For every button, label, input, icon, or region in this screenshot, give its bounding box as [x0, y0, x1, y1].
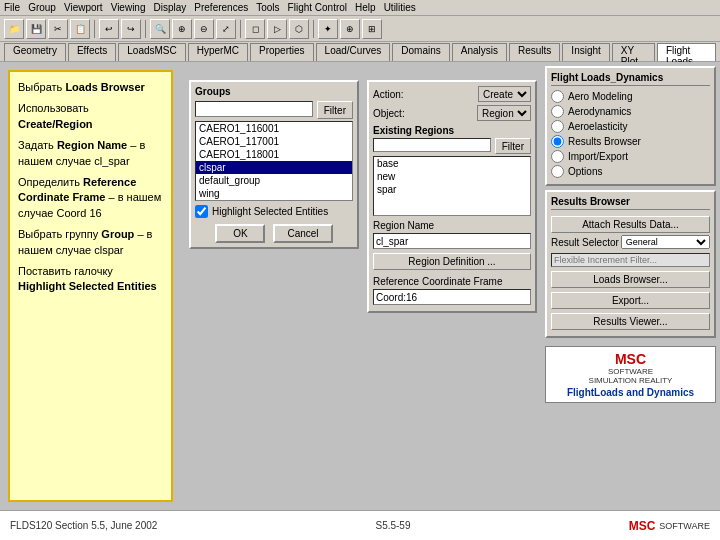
radio-import-export: Import/Export: [551, 150, 710, 163]
existing-filter-input[interactable]: [373, 138, 491, 152]
radio-results-browser-input[interactable]: [551, 135, 564, 148]
radio-aerodynamics-input[interactable]: [551, 105, 564, 118]
radio-options-input[interactable]: [551, 165, 564, 178]
action-select[interactable]: Create: [478, 86, 531, 102]
radio-aero-modeling: Aero Modeling: [551, 90, 710, 103]
toolbar-btn-1[interactable]: 📁: [4, 19, 24, 39]
tab-results[interactable]: Results: [509, 43, 560, 61]
tab-xyplot[interactable]: XY Plot: [612, 43, 655, 61]
toolbar-btn-10[interactable]: ⤢: [216, 19, 236, 39]
step3-bold: Region Name: [57, 139, 127, 151]
tab-analysis[interactable]: Analysis: [452, 43, 507, 61]
tab-effects[interactable]: Effects: [68, 43, 116, 61]
region-name-input[interactable]: [373, 233, 531, 249]
tab-geometry[interactable]: Geometry: [4, 43, 66, 61]
step5-bold: Group: [101, 228, 134, 240]
tab-loadcurves[interactable]: Load/Curves: [316, 43, 391, 61]
step2-text: Использовать Create/Region: [18, 101, 163, 132]
radio-aerodynamics-label: Aerodynamics: [568, 106, 631, 117]
existing-filter-button[interactable]: Filter: [495, 138, 531, 154]
list-item-2[interactable]: CAERO1_118001: [196, 148, 352, 161]
existing-item-1[interactable]: new: [374, 170, 530, 183]
toolbar-btn-12[interactable]: ▷: [267, 19, 287, 39]
step4-text: Определить Reference Cordinate Frame – в…: [18, 175, 163, 221]
groups-dialog: Groups Filter CAERO1_116001 CAERO1_11700…: [189, 80, 359, 249]
menu-viewing[interactable]: Viewing: [111, 2, 146, 13]
step5-text: Выбрать группу Group – в нашем случае cl…: [18, 227, 163, 258]
radio-aero-modeling-input[interactable]: [551, 90, 564, 103]
attach-results-button[interactable]: Attach Results Data...: [551, 216, 710, 233]
flex-increment-filter[interactable]: [551, 253, 710, 267]
toolbar-sep-3: [240, 20, 241, 38]
loads-browser-button[interactable]: Loads Browser...: [551, 271, 710, 288]
groups-filter-button[interactable]: Filter: [317, 101, 353, 119]
existing-item-0[interactable]: base: [374, 157, 530, 170]
menu-preferences[interactable]: Preferences: [194, 2, 248, 13]
radio-import-export-input[interactable]: [551, 150, 564, 163]
status-center: S5.5-59: [375, 520, 410, 531]
flight-dynamics-box: Flight Loads_Dynamics Aero Modeling Aero…: [545, 66, 716, 186]
menu-utilities[interactable]: Utilities: [384, 2, 416, 13]
msc-sub: SOFTWARE: [550, 367, 711, 376]
existing-regions-list[interactable]: base new spar: [373, 156, 531, 216]
menu-file[interactable]: File: [4, 2, 20, 13]
tab-row: Geometry Effects LoadsMSC HyperMC Proper…: [0, 42, 720, 62]
toolbar-btn-5[interactable]: ↩: [99, 19, 119, 39]
toolbar-btn-4[interactable]: 📋: [70, 19, 90, 39]
menu-group[interactable]: Group: [28, 2, 56, 13]
list-item-4[interactable]: wing: [196, 187, 352, 200]
list-item-3[interactable]: default_group: [196, 174, 352, 187]
toolbar-btn-9[interactable]: ⊖: [194, 19, 214, 39]
menu-viewport[interactable]: Viewport: [64, 2, 103, 13]
list-item-1[interactable]: CAERO1_117001: [196, 135, 352, 148]
toolbar-btn-11[interactable]: ◻: [245, 19, 265, 39]
existing-item-2[interactable]: spar: [374, 183, 530, 196]
radio-aeroelasticity-input[interactable]: [551, 120, 564, 133]
menu-display[interactable]: Display: [154, 2, 187, 13]
list-item-0[interactable]: CAERO1_116001: [196, 122, 352, 135]
groups-list[interactable]: CAERO1_116001 CAERO1_117001 CAERO1_11800…: [195, 121, 353, 201]
toolbar-btn-14[interactable]: ✦: [318, 19, 338, 39]
toolbar-btn-6[interactable]: ↪: [121, 19, 141, 39]
toolbar-btn-13[interactable]: ⬡: [289, 19, 309, 39]
tab-properties[interactable]: Properties: [250, 43, 314, 61]
toolbar-btn-8[interactable]: ⊕: [172, 19, 192, 39]
tab-hypermc[interactable]: HyperMC: [188, 43, 248, 61]
step1-bold: Loads Browser: [65, 81, 144, 93]
step6-text: Поставить галочку Highlight Selected Ent…: [18, 264, 163, 295]
groups-dialog-buttons: OK Cancel: [195, 224, 353, 243]
toolbar-btn-7[interactable]: 🔍: [150, 19, 170, 39]
menu-tools[interactable]: Tools: [256, 2, 279, 13]
results-viewer-button[interactable]: Results Viewer...: [551, 313, 710, 330]
tab-loadsmsc[interactable]: LoadsMSC: [118, 43, 185, 61]
list-item-clspar[interactable]: clspar: [196, 161, 352, 174]
ref-coord-label: Reference Coordinate Frame: [373, 276, 531, 287]
action-row: Action: Create: [373, 86, 531, 102]
toolbar-btn-2[interactable]: 💾: [26, 19, 46, 39]
region-def-button[interactable]: Region Definition ...: [373, 253, 531, 270]
dynamics-title: Flight Loads_Dynamics: [551, 72, 710, 86]
toolbar-btn-3[interactable]: ✂: [48, 19, 68, 39]
list-item-5[interactable]: wing_exposed: [196, 200, 352, 201]
export-button[interactable]: Export...: [551, 292, 710, 309]
ref-coord-input[interactable]: [373, 289, 531, 305]
object-select[interactable]: Region: [477, 105, 531, 121]
toolbar-btn-16[interactable]: ⊞: [362, 19, 382, 39]
msc-logo-text: MSC: [550, 351, 711, 367]
tab-insight[interactable]: Insight: [562, 43, 609, 61]
groups-ok-button[interactable]: OK: [215, 224, 265, 243]
menu-flight-control[interactable]: Flight Control: [288, 2, 347, 13]
groups-cancel-button[interactable]: Cancel: [273, 224, 332, 243]
toolbar-btn-15[interactable]: ⊕: [340, 19, 360, 39]
result-selector-select[interactable]: General: [621, 235, 710, 249]
results-browser-title: Results Browser: [551, 196, 710, 210]
tab-domains[interactable]: Domains: [392, 43, 449, 61]
toolbar-sep-2: [145, 20, 146, 38]
highlight-checkbox[interactable]: [195, 205, 208, 218]
object-label: Object:: [373, 108, 405, 119]
tab-flight-loads[interactable]: Flight Loads: [657, 43, 716, 61]
menu-help[interactable]: Help: [355, 2, 376, 13]
groups-filter-input[interactable]: [195, 101, 313, 117]
highlight-label: Highlight Selected Entities: [212, 206, 328, 217]
main-area: Выбрать Loads Browser Использовать Creat…: [0, 62, 720, 510]
